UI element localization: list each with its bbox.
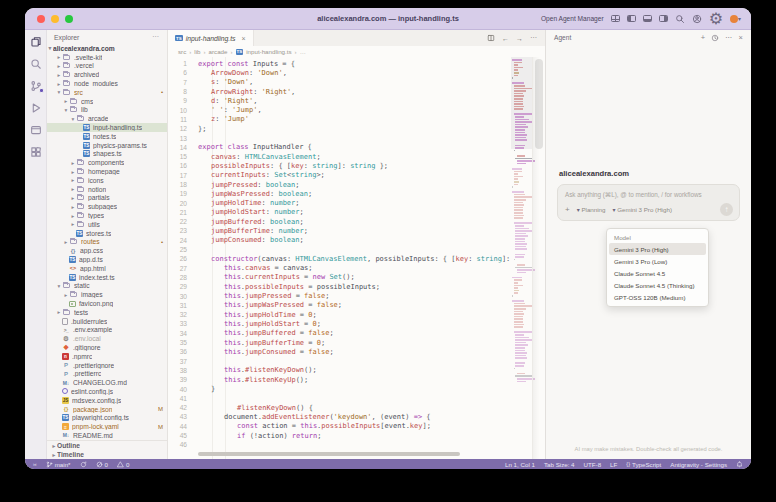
model-dropdown[interactable]: ▾ Gemini 3 Pro (High) [613,206,672,213]
menu-item-gpt-oss-120b-medium-[interactable]: GPT-OSS 120B (Medium) [609,291,706,303]
code-line-18[interactable]: 18jumpPressed: boolean; [168,180,511,189]
activity-window-icon[interactable] [29,123,42,136]
code-line-43[interactable]: 43document.addEventListener('keydown', (… [168,412,511,421]
status-sync[interactable] [80,461,87,468]
tree-file-.npmrc[interactable]: n.npmrc [47,352,167,361]
breadcrumb-item[interactable]: src [178,48,186,55]
code-line-14[interactable]: 14export class InputHandler { [168,143,511,152]
gear-icon[interactable]: ⚙ [709,9,723,28]
tree-file-playwright.config.ts[interactable]: TSplaywright.config.ts [47,413,167,422]
tree-folder-src[interactable]: ▾src• [47,88,167,97]
more-icon[interactable]: ⋯ [530,34,537,42]
open-agent-manager-button[interactable]: Open Agent Manager [541,15,604,22]
tree-folder-icons[interactable]: ▸icons [47,176,167,185]
code-line-19[interactable]: 19jumpWasPressed: boolean; [168,189,511,198]
code-line-28[interactable]: 28this.currentInputs = new Set(); [168,273,511,282]
activity-source-control-icon[interactable] [29,79,42,92]
breadcrumb[interactable]: src›lib›arcade›TSinput-handling.ts›… [168,46,545,57]
tree-folder-.svelte-kit[interactable]: ▸.svelte-kit [47,53,167,62]
tree-file-stores.ts[interactable]: TSstores.ts [47,229,167,238]
tree-file-app.html[interactable]: <>app.html [47,264,167,273]
status-text[interactable]: Antigravity - Settings [670,461,727,468]
code-line-29[interactable]: 29this.possibleInputs = possibleInputs; [168,282,511,291]
tree-file-package.json[interactable]: {}package.jsonM [47,405,167,414]
code-line-30[interactable]: 30this.jumpPressed = false; [168,291,511,300]
send-icon[interactable]: ↑ [720,203,733,216]
code-line-39[interactable]: 39this.#listenKeyUp(); [168,375,511,384]
status-text[interactable]: Tab Size: 4 [544,461,575,468]
tree-file-.env.local[interactable]: ⚙.env.local [47,334,167,343]
split-icon[interactable] [487,34,495,42]
code-line-38[interactable]: 38this.#listenKeyDown(); [168,366,511,375]
code-line-35[interactable]: 35this.jumpBufferTime = 0; [168,338,511,347]
code-line-40[interactable]: 40} [168,384,511,393]
code-line-16[interactable]: 16possibleInputs: { [key: string]: strin… [168,161,511,170]
menu-item-claude-sonnet-4-5[interactable]: Claude Sonnet 4.5 [609,267,706,279]
tree-file-notes.ts[interactable]: TSnotes.ts [47,132,167,141]
code-line-46[interactable]: 46 [168,440,511,449]
tree-folder-images[interactable]: ▸images [47,290,167,299]
section-outline[interactable]: ▸Outline [47,441,167,450]
code-line-34[interactable]: 34this.jumpBuffered = false; [168,329,511,338]
panel-left-icon[interactable] [627,15,636,22]
code-line-7[interactable]: 7s: 'Down', [168,78,511,87]
code-line-37[interactable]: 37 [168,357,511,366]
status-text[interactable]: Ln 1, Col 1 [505,461,535,468]
menu-item-gemini-3-pro-low-[interactable]: Gemini 3 Pro (Low) [609,255,706,267]
code-line-22[interactable]: 22jumpBuffered: boolean; [168,217,511,226]
code-line-6[interactable]: 6ArrowDown: 'Down', [168,68,511,77]
tree-file-mdsvex.config.js[interactable]: JSmdsvex.config.js [47,396,167,405]
activity-search-icon[interactable] [29,57,42,70]
tree-file-README.md[interactable]: M↓README.md [47,431,167,440]
tree-file-.gitignore[interactable]: ◆.gitignore [47,343,167,352]
avatar[interactable]: ▾ [730,15,741,23]
forward-icon[interactable]: → [516,35,523,42]
code-line-15[interactable]: 15canvas: HTMLCanvasElement; [168,152,511,161]
tree-file-input-handling.ts[interactable]: TSinput-handling.ts [47,123,167,132]
minimap[interactable] [511,59,532,386]
code-line-25[interactable]: 25 [168,245,511,254]
back-icon[interactable]: ← [502,35,509,42]
code-line-8[interactable]: 8ArrowRight: 'Right', [168,87,511,96]
tree-folder-notion[interactable]: ▸notion [47,185,167,194]
account-icon[interactable] [692,14,702,24]
tree-folder-subpages[interactable]: ▸subpages [47,202,167,211]
tree-file-index.test.ts[interactable]: TSindex.test.ts [47,273,167,282]
code-line-20[interactable]: 20jumpHoldTime: number; [168,198,511,207]
layout-icon[interactable] [611,15,620,22]
tree-file-CHANGELOG.md[interactable]: M↓CHANGELOG.md [47,378,167,387]
status-error[interactable]: 0 [96,461,108,468]
close-window-button[interactable] [37,15,45,23]
tree-folder-node_modules[interactable]: ▸node_modules [47,79,167,88]
code-line-11[interactable]: 11z: 'Jump' [168,115,511,124]
tree-file-.builderrules[interactable]: .builderrules [47,317,167,326]
status-text[interactable]: UTF-8 [584,461,602,468]
panel-right-icon[interactable] [659,15,668,22]
code-line-41[interactable]: 41 [168,394,511,403]
search-icon[interactable] [675,14,685,24]
tree-folder-utils[interactable]: ▸utils [47,220,167,229]
zoom-window-button[interactable] [65,15,73,23]
code-line-26[interactable]: 26constructor(canvas: HTMLCanvasElement,… [168,254,511,263]
breadcrumb-item[interactable]: lib [194,48,200,55]
code-line-17[interactable]: 17currentInputs: Set<string>; [168,171,511,180]
status-warning[interactable]: 0 [117,461,129,468]
code-line-21[interactable]: 21jumpHoldStart: number; [168,208,511,217]
tree-file-app.d.ts[interactable]: TSapp.d.ts [47,255,167,264]
tree-folder-tests[interactable]: ▸tests [47,308,167,317]
tree-folder-cms[interactable]: ▸cms [47,97,167,106]
tree-folder-types[interactable]: ▸types [47,211,167,220]
code-line-10[interactable]: 10' ': 'Jump', [168,105,511,114]
tree-file-physics-params.ts[interactable]: TSphysics-params.ts [47,141,167,150]
menu-item-gemini-3-pro-high-[interactable]: Gemini 3 Pro (High) [609,243,706,255]
tree-file-pnpm-lock.yaml[interactable]: ≡pnpm-lock.yamlM [47,422,167,431]
more-icon[interactable]: ⋯ [725,33,733,42]
code-line-13[interactable]: 13 [168,133,511,142]
code-line-33[interactable]: 33this.jumpHoldStart = 0; [168,319,511,328]
tree-folder-static[interactable]: ▾static [47,282,167,291]
code-area[interactable]: 1export const Inputs = {6ArrowDown: 'Dow… [168,57,545,459]
tree-root[interactable]: ▾ alicealexandra.com [47,44,167,53]
section-timeline[interactable]: ▸Timeline [47,450,167,459]
tab-input-handling[interactable]: TS input-handling.ts × [168,30,254,46]
close-icon[interactable]: × [739,33,743,42]
